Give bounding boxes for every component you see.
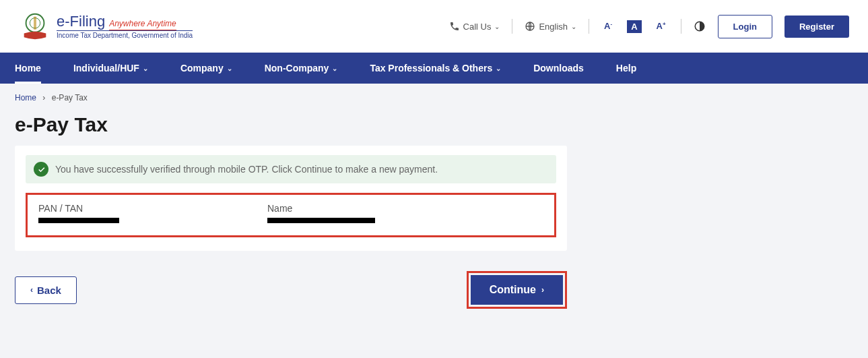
alert-text: You have successfully verified through m… (55, 164, 438, 175)
svg-rect-2 (34, 17, 36, 30)
pan-tan-value (38, 218, 119, 223)
nav-tax-professionals[interactable]: Tax Professionals & Others ⌄ (370, 53, 501, 84)
pan-tan-label: PAN / TAN (38, 203, 119, 214)
breadcrumb-separator: › (42, 93, 45, 102)
font-increase[interactable]: A+ (654, 20, 669, 32)
chevron-down-icon: ⌄ (494, 23, 500, 30)
register-button[interactable]: Register (784, 16, 849, 38)
login-button[interactable]: Login (718, 15, 772, 38)
emblem-icon (19, 10, 51, 42)
call-us-label: Call Us (463, 22, 492, 32)
font-normal[interactable]: A (627, 20, 641, 33)
name-value (267, 218, 375, 223)
logo[interactable]: e-Filing Anywhere Anytime Income Tax Dep… (19, 10, 193, 42)
breadcrumb: Home › e-Pay Tax (0, 84, 868, 108)
nav-individual-huf[interactable]: Individual/HUF ⌄ (73, 53, 148, 84)
chevron-down-icon: ⌄ (227, 65, 232, 72)
main-nav: Home Individual/HUF ⌄ Company ⌄ Non-Comp… (0, 53, 868, 84)
chevron-down-icon: ⌄ (496, 65, 501, 72)
nav-company[interactable]: Company ⌄ (180, 53, 232, 84)
language-dropdown[interactable]: English ⌄ (525, 21, 576, 32)
verified-info-box: PAN / TAN Name (26, 193, 556, 237)
content-card: You have successfully verified through m… (15, 146, 567, 251)
chevron-down-icon: ⌄ (571, 23, 576, 30)
globe-icon (525, 21, 535, 32)
chevron-right-icon: › (541, 285, 544, 295)
brand-subtitle: Income Tax Department, Government of Ind… (57, 30, 193, 39)
chevron-left-icon: ‹ (30, 285, 33, 295)
nav-non-company[interactable]: Non-Company ⌄ (265, 53, 338, 84)
brand-tagline: Anywhere Anytime (109, 20, 176, 30)
chevron-down-icon: ⌄ (143, 65, 148, 72)
nav-downloads[interactable]: Downloads (533, 53, 584, 84)
breadcrumb-home[interactable]: Home (15, 93, 36, 102)
language-label: English (539, 22, 568, 32)
success-alert: You have successfully verified through m… (26, 155, 556, 183)
phone-icon (449, 21, 460, 32)
call-us-dropdown[interactable]: Call Us ⌄ (449, 21, 500, 32)
font-decrease[interactable]: A- (601, 20, 615, 32)
name-label: Name (267, 203, 375, 214)
continue-button[interactable]: Continue › (471, 275, 563, 305)
chevron-down-icon: ⌄ (332, 65, 337, 72)
brand-name: e-Filing (57, 13, 105, 30)
nav-help[interactable]: Help (616, 53, 636, 84)
contrast-icon[interactable] (694, 20, 706, 32)
breadcrumb-current: e-Pay Tax (52, 93, 88, 102)
page-title: e-Pay Tax (15, 113, 853, 136)
nav-home[interactable]: Home (15, 53, 41, 84)
back-button[interactable]: ‹ Back (15, 276, 77, 304)
check-icon (34, 162, 48, 177)
